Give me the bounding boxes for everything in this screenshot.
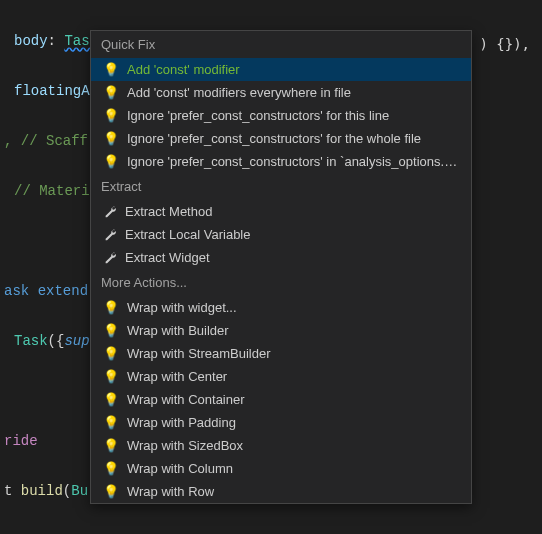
wrap-with-padding[interactable]: 💡 Wrap with Padding [91, 411, 471, 434]
code-token: body [14, 33, 48, 49]
popup-section-header-extract: Extract [91, 173, 471, 200]
popup-item-label: Wrap with widget... [127, 300, 461, 315]
popup-item-label: Wrap with StreamBuilder [127, 346, 461, 361]
lightbulb-icon: 💡 [103, 109, 119, 122]
quickfix-add-const-modifier[interactable]: 💡 Add 'const' modifier [91, 58, 471, 81]
code-token: sup [64, 333, 89, 349]
quickfix-add-const-everywhere[interactable]: 💡 Add 'const' modifiers everywhere in fi… [91, 81, 471, 104]
popup-item-label: Wrap with Builder [127, 323, 461, 338]
lightbulb-icon: 💡 [103, 301, 119, 314]
lightbulb-icon: 💡 [103, 132, 119, 145]
popup-item-label: Wrap with SizedBox [127, 438, 461, 453]
lightbulb-icon: 💡 [103, 462, 119, 475]
lightbulb-icon: 💡 [103, 439, 119, 452]
lightbulb-icon: 💡 [103, 416, 119, 429]
popup-item-label: Ignore 'prefer_const_constructors' for t… [127, 108, 461, 123]
wrap-with-streambuilder[interactable]: 💡 Wrap with StreamBuilder [91, 342, 471, 365]
popup-section-header-more: More Actions... [91, 269, 471, 296]
lightbulb-icon: 💡 [103, 485, 119, 498]
lightbulb-icon: 💡 [103, 324, 119, 337]
code-comment: , // Scaff [4, 133, 88, 149]
code-token: ride [4, 433, 38, 449]
popup-item-label: Add 'const' modifiers everywhere in file [127, 85, 461, 100]
wrap-with-container[interactable]: 💡 Wrap with Container [91, 388, 471, 411]
popup-item-label: Wrap with Center [127, 369, 461, 384]
wrap-with-row[interactable]: 💡 Wrap with Row [91, 480, 471, 503]
popup-item-label: Wrap with Column [127, 461, 461, 476]
popup-item-label: Extract Method [125, 204, 461, 219]
popup-item-label: Wrap with Padding [127, 415, 461, 430]
popup-item-label: Wrap with Row [127, 484, 461, 499]
quickfix-ignore-analysis-options[interactable]: 💡 Ignore 'prefer_const_constructors' in … [91, 150, 471, 173]
wrench-icon [103, 251, 117, 265]
popup-item-label: Extract Widget [125, 250, 461, 265]
quick-fix-popup: Quick Fix 💡 Add 'const' modifier 💡 Add '… [90, 30, 472, 504]
wrap-with-center[interactable]: 💡 Wrap with Center [91, 365, 471, 388]
code-token: Bu [71, 483, 88, 499]
lightbulb-icon: 💡 [103, 393, 119, 406]
code-token: floatingA [14, 83, 90, 99]
quickfix-ignore-file[interactable]: 💡 Ignore 'prefer_const_constructors' for… [91, 127, 471, 150]
lightbulb-icon: 💡 [103, 347, 119, 360]
lightbulb-icon: 💡 [103, 155, 119, 168]
lightbulb-icon: 💡 [103, 86, 119, 99]
lightbulb-icon: 💡 [103, 370, 119, 383]
code-token: ask [4, 283, 29, 299]
wrench-icon [103, 228, 117, 242]
extract-local-variable[interactable]: Extract Local Variable [91, 223, 471, 246]
popup-item-label: Wrap with Container [127, 392, 461, 407]
wrap-with-column[interactable]: 💡 Wrap with Column [91, 457, 471, 480]
code-token: extend [38, 283, 88, 299]
popup-section-header-quickfix: Quick Fix [91, 31, 471, 58]
code-token: build [21, 483, 63, 499]
lightbulb-icon: 💡 [103, 63, 119, 76]
code-comment: // Materia [14, 183, 98, 199]
popup-item-label: Ignore 'prefer_const_constructors' in `a… [127, 154, 461, 169]
wrap-with-widget[interactable]: 💡 Wrap with widget... [91, 296, 471, 319]
code-token: Task [14, 333, 48, 349]
extract-widget[interactable]: Extract Widget [91, 246, 471, 269]
quickfix-ignore-line[interactable]: 💡 Ignore 'prefer_const_constructors' for… [91, 104, 471, 127]
wrap-with-sizedbox[interactable]: 💡 Wrap with SizedBox [91, 434, 471, 457]
code-tail: ) {}), [479, 36, 530, 52]
popup-item-label: Ignore 'prefer_const_constructors' for t… [127, 131, 461, 146]
wrench-icon [103, 205, 117, 219]
popup-item-label: Extract Local Variable [125, 227, 461, 242]
popup-item-label: Add 'const' modifier [127, 62, 461, 77]
wrap-with-builder[interactable]: 💡 Wrap with Builder [91, 319, 471, 342]
extract-method[interactable]: Extract Method [91, 200, 471, 223]
